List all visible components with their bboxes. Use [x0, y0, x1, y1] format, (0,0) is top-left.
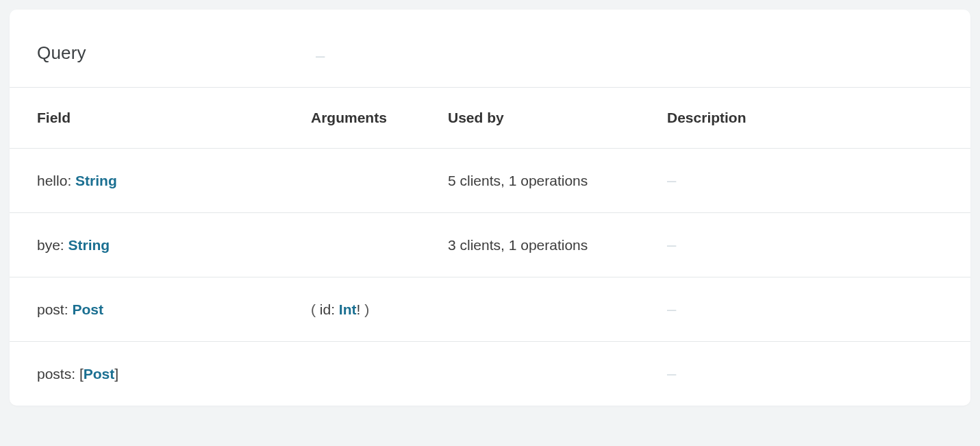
- description-cell: –: [640, 213, 970, 277]
- table-row: hello: String5 clients, 1 operations–: [10, 149, 970, 213]
- arg-separator: :: [331, 301, 339, 317]
- usedby-text: 3 clients, 1 operations: [448, 237, 588, 253]
- usedby-cell: 5 clients, 1 operations: [420, 149, 640, 212]
- args-open-paren: (: [311, 301, 320, 317]
- col-header-usedby: Used by: [420, 88, 640, 148]
- description-placeholder: –: [667, 299, 676, 318]
- arguments-cell: [284, 351, 420, 397]
- table-row: posts: [Post]–: [10, 342, 970, 406]
- type-link[interactable]: Post: [84, 366, 115, 382]
- field-cell: post: Post: [10, 278, 284, 341]
- col-header-arguments: Arguments: [284, 88, 420, 148]
- subtitle-placeholder: –: [316, 47, 325, 64]
- table-row: post: Post( id: Int! )–: [10, 277, 970, 342]
- usedby-cell: 3 clients, 1 operations: [420, 214, 640, 277]
- description-cell: –: [640, 342, 970, 406]
- arguments-cell: [284, 222, 420, 269]
- field-cell: hello: String: [10, 149, 284, 212]
- usedby-text: 5 clients, 1 operations: [448, 173, 588, 188]
- args-close-paren: ): [360, 301, 369, 317]
- arguments-cell: ( id: Int! ): [284, 278, 420, 341]
- type-link[interactable]: String: [75, 173, 117, 188]
- type-link[interactable]: String: [68, 237, 110, 253]
- description-placeholder: –: [667, 171, 676, 189]
- field-type-separator: :: [67, 173, 75, 188]
- field-type-separator: :: [60, 237, 68, 253]
- field-cell: bye: String: [10, 214, 284, 277]
- arg-name: id: [320, 301, 331, 317]
- field-type-separator: :: [71, 366, 79, 382]
- arguments-cell: [284, 158, 420, 204]
- description-cell: –: [640, 149, 970, 212]
- table-header-row: Field Arguments Used by Description: [10, 88, 970, 149]
- description-placeholder: –: [667, 364, 676, 382]
- field-name: posts: [37, 366, 71, 382]
- type-link[interactable]: Post: [72, 301, 103, 317]
- field-type-separator: :: [64, 301, 73, 317]
- col-header-description: Description: [640, 88, 970, 148]
- table-body: hello: String5 clients, 1 operations–bye…: [10, 149, 970, 406]
- usedby-cell: [420, 286, 640, 333]
- usedby-cell: [420, 351, 640, 397]
- field-name: bye: [37, 237, 60, 253]
- description-cell: –: [640, 277, 970, 341]
- type-suffix: ]: [114, 366, 118, 382]
- description-placeholder: –: [667, 235, 676, 253]
- type-name-heading: Query: [10, 10, 970, 88]
- field-name: post: [37, 301, 64, 317]
- col-header-field: Field: [10, 88, 284, 148]
- field-cell: posts: [Post]: [10, 343, 284, 406]
- arg-type-link[interactable]: Int: [339, 301, 357, 317]
- table-row: bye: String3 clients, 1 operations–: [10, 213, 970, 277]
- field-name: hello: [37, 173, 67, 188]
- schema-type-card: – Query Field Arguments Used by Descript…: [10, 10, 970, 406]
